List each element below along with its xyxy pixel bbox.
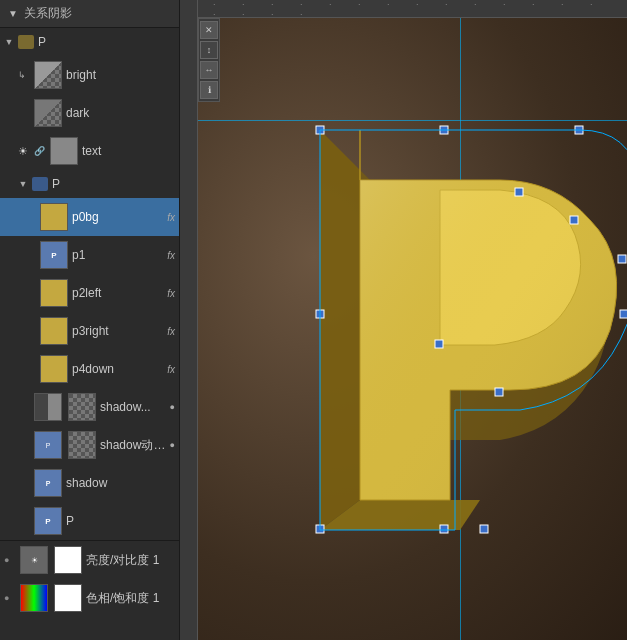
mini-option2[interactable]: ↔: [200, 61, 218, 79]
mini-option3[interactable]: ℹ: [200, 81, 218, 99]
group-P-icon: [18, 35, 34, 49]
thumb-shadow-motion-mask: [68, 431, 96, 459]
thumb-p4down: [40, 355, 68, 383]
layer-p1-label: p1: [72, 248, 163, 262]
mini-close-btn[interactable]: ✕: [200, 21, 218, 39]
fx-p0bg: fx: [167, 212, 175, 223]
svg-marker-0: [320, 130, 360, 530]
layer-brightness[interactable]: ● ☀ 亮度/对比度 1: [0, 541, 179, 579]
p-letter-canvas: [280, 80, 627, 560]
thumb-shadow-smart-mask: [68, 393, 96, 421]
thumb-bright: [34, 61, 62, 89]
svg-rect-6: [620, 310, 627, 318]
svg-rect-12: [618, 255, 626, 263]
fx-p4down: fx: [167, 364, 175, 375]
layer-p2left[interactable]: p2left fx: [0, 274, 179, 312]
thumb-shadow-plain: P: [34, 469, 62, 497]
thumb-p0bg: [40, 203, 68, 231]
thumb-shadow-motion: P: [34, 431, 62, 459]
group-P-label: P: [38, 35, 46, 49]
svg-rect-10: [435, 340, 443, 348]
ruler-vertical: [180, 0, 198, 640]
badge-shadow-smart: ●: [170, 402, 175, 412]
group-P-sub-label: P: [52, 177, 60, 191]
group-P-sub-arrow: ▼: [18, 179, 28, 189]
group-P-sub-icon: [32, 177, 48, 191]
badge-shadow-motion: ●: [170, 440, 175, 450]
layer-p0bg-label: p0bg: [72, 210, 163, 224]
layer-shadow-motion[interactable]: P shadow动感... ●: [0, 426, 179, 464]
thumb-p1: P: [40, 241, 68, 269]
layers-panel: ▼ 关系阴影 ▼ P ↳ bright dark ☀ 🔗 text ▼ P: [0, 0, 180, 640]
panel-title: ▼ 关系阴影: [0, 0, 179, 28]
panel-title-icon: ▼: [8, 8, 18, 19]
layer-huesat[interactable]: ● 色相/饱和度 1: [0, 579, 179, 617]
layer-p1[interactable]: P p1 fx: [0, 236, 179, 274]
layer-p0bg[interactable]: p0bg fx: [0, 198, 179, 236]
svg-rect-8: [440, 525, 448, 533]
layer-dark-label: dark: [66, 106, 175, 120]
svg-rect-14: [515, 188, 523, 196]
link-icon-text: 🔗: [34, 146, 46, 156]
layer-shadow-plain[interactable]: P shadow: [0, 464, 179, 502]
thumb-huesat-mask: [54, 584, 82, 612]
thumb-P-plain: P: [34, 507, 62, 535]
group-P-arrow: ▼: [4, 37, 14, 47]
thumb-p3right: [40, 317, 68, 345]
p-main-face: [360, 130, 617, 500]
link-icon-bright: ↳: [18, 70, 30, 80]
layer-P-plain[interactable]: P P: [0, 502, 179, 540]
layer-dark[interactable]: dark: [0, 94, 179, 132]
group-P[interactable]: ▼ P: [0, 28, 179, 56]
p-letter-svg: [280, 80, 627, 560]
canvas-area[interactable]: · · · · · · · · · · · · · · · · · · · · …: [180, 0, 627, 640]
vis-huesat: ●: [4, 593, 16, 603]
svg-rect-11: [495, 388, 503, 396]
layer-bright[interactable]: ↳ bright: [0, 56, 179, 94]
layer-shadow-plain-label: shadow: [66, 476, 175, 490]
svg-rect-9: [480, 525, 488, 533]
layer-p4down-label: p4down: [72, 362, 163, 376]
layer-p3right[interactable]: p3right fx: [0, 312, 179, 350]
layer-brightness-label: 亮度/对比度 1: [86, 552, 175, 569]
layer-shadow-smart[interactable]: shadow... ●: [0, 388, 179, 426]
fx-p1: fx: [167, 250, 175, 261]
thumb-shadow-smart: [34, 393, 62, 421]
ruler-horizontal: · · · · · · · · · · · · · · · · · · · ·: [180, 0, 627, 18]
layer-p2left-label: p2left: [72, 286, 163, 300]
layer-p4down[interactable]: p4down fx: [0, 350, 179, 388]
thumb-p2left: [40, 279, 68, 307]
group-P-sub[interactable]: ▼ P: [0, 170, 179, 198]
layer-text[interactable]: ☀ 🔗 text: [0, 132, 179, 170]
thumb-text: [50, 137, 78, 165]
thumb-huesat: [20, 584, 48, 612]
layer-bright-label: bright: [66, 68, 175, 82]
vis-brightness: ●: [4, 555, 16, 565]
thumb-dark: [34, 99, 62, 127]
mini-options-panel: ✕ ↕ ↔ ℹ: [198, 18, 220, 102]
fx-p3right: fx: [167, 326, 175, 337]
panel-title-text: 关系阴影: [24, 5, 72, 22]
layer-p3right-label: p3right: [72, 324, 163, 338]
mini-option1[interactable]: ↕: [200, 41, 218, 59]
svg-rect-13: [570, 216, 578, 224]
sun-icon-text: ☀: [18, 145, 30, 158]
layer-shadow-smart-label: shadow...: [100, 400, 166, 414]
layer-P-plain-label: P: [66, 514, 175, 528]
layer-huesat-label: 色相/饱和度 1: [86, 590, 175, 607]
thumb-brightness-mask: [54, 546, 82, 574]
thumb-brightness: ☀: [20, 546, 48, 574]
layer-shadow-motion-label: shadow动感...: [100, 437, 166, 454]
layer-text-label: text: [82, 144, 175, 158]
fx-p2left: fx: [167, 288, 175, 299]
